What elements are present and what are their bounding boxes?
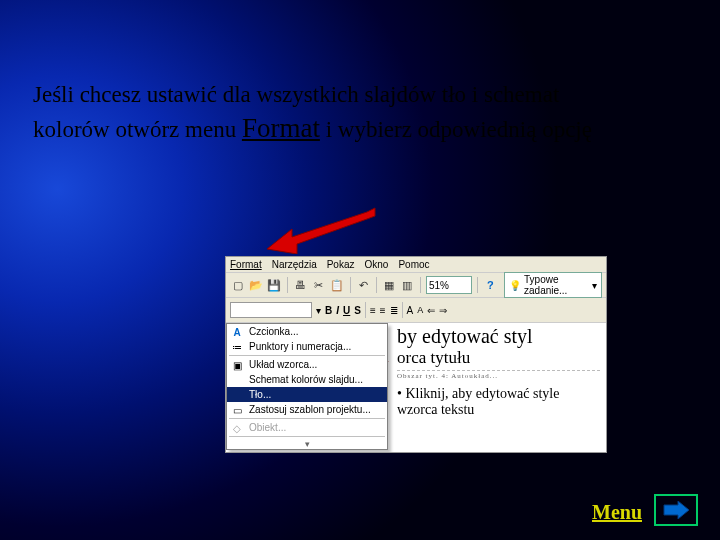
bullets-icon[interactable]: ≣ xyxy=(390,305,398,316)
toolbar-format: ▾ B I U S ≡ ≡ ≣ A A ⇐ ⇒ xyxy=(226,298,606,323)
undo-icon[interactable]: ↶ xyxy=(355,277,370,293)
slide-editor: by edytować styl orca tytułuObszar tyt. … xyxy=(391,323,606,420)
svg-marker-0 xyxy=(267,208,375,254)
cut-icon[interactable]: ✂ xyxy=(311,277,326,293)
dropdown-expand[interactable]: ▾ xyxy=(227,438,387,449)
zoom-input[interactable] xyxy=(426,276,472,294)
print-icon[interactable]: 🖶 xyxy=(293,277,308,293)
font-combo[interactable] xyxy=(230,302,312,318)
bullets-icon: ≔ xyxy=(230,341,244,353)
increase-font-icon[interactable]: A xyxy=(407,305,414,316)
bold-icon[interactable]: B xyxy=(325,305,332,316)
save-icon[interactable]: 💾 xyxy=(267,277,282,293)
slide-subtitle-placeholder[interactable]: orca tytułuObszar tyt. 4: Autoukład... xyxy=(397,348,600,380)
dropdown-object[interactable]: ◇ Obiekt... xyxy=(227,420,387,435)
menu-pomoc[interactable]: Pomoc xyxy=(398,259,429,270)
menu-okno[interactable]: Okno xyxy=(365,259,389,270)
app-screenshot: Format Narzędzia Pokaz Okno Pomoc ▢ 📂 💾 … xyxy=(225,256,607,453)
help-icon[interactable]: ? xyxy=(483,277,498,293)
lightbulb-icon: 💡 xyxy=(509,280,521,291)
dropdown-layout[interactable]: ▣ Układ wzorca... xyxy=(227,357,387,372)
chevron-down-icon: ▾ xyxy=(305,439,310,449)
task-dropdown[interactable]: 💡 Typowe zadanie... ▾ xyxy=(504,272,602,298)
menu-narzedzia[interactable]: Narzędzia xyxy=(272,259,317,270)
table-icon[interactable]: ▦ xyxy=(382,277,397,293)
shadow-icon[interactable]: S xyxy=(354,305,361,316)
dropdown-background[interactable]: Tło... xyxy=(227,387,387,402)
object-icon: ◇ xyxy=(230,422,244,434)
font-icon: A xyxy=(230,326,244,338)
instruction-text: Jeśli chcesz ustawić dla wszystkich slaj… xyxy=(33,79,613,146)
align-center-icon[interactable]: ≡ xyxy=(380,305,386,316)
template-icon: ▭ xyxy=(230,404,244,416)
dropdown-apply-template[interactable]: ▭ Zastosuj szablon projektu... xyxy=(227,402,387,417)
new-icon[interactable]: ▢ xyxy=(230,277,245,293)
next-button[interactable] xyxy=(654,494,698,526)
layout-icon: ▣ xyxy=(230,359,244,371)
format-word: Format xyxy=(242,113,320,143)
slide-bullet-placeholder[interactable]: • Kliknij, aby edytować style wzorca tek… xyxy=(397,386,600,418)
align-left-icon[interactable]: ≡ xyxy=(370,305,376,316)
dropdown-font[interactable]: A Czcionka... xyxy=(227,324,387,339)
dropdown-bullets[interactable]: ≔ Punktory i numeracja... xyxy=(227,339,387,354)
promote-icon[interactable]: ⇐ xyxy=(427,305,435,316)
chart-icon[interactable]: ▥ xyxy=(400,277,415,293)
ruler-label: Obszar tyt. 4: Autoukład... xyxy=(397,370,600,380)
toolbar-main: ▢ 📂 💾 🖶 ✂ 📋 ↶ ▦ ▥ ? 💡 Typowe zadanie... … xyxy=(226,273,606,298)
menu-format[interactable]: Format xyxy=(230,259,262,270)
chevron-down-icon: ▾ xyxy=(592,280,597,291)
chevron-down-icon: ▾ xyxy=(316,305,321,316)
arrow-right-icon xyxy=(662,501,690,519)
menubar: Format Narzędzia Pokaz Okno Pomoc xyxy=(226,257,606,273)
menu-pokaz[interactable]: Pokaz xyxy=(327,259,355,270)
arrow-top xyxy=(267,204,377,254)
italic-icon[interactable]: I xyxy=(336,305,339,316)
demote-icon[interactable]: ⇒ xyxy=(439,305,447,316)
content-area: A Czcionka... ≔ Punktory i numeracja... … xyxy=(226,323,606,453)
slide-title-placeholder[interactable]: by edytować styl xyxy=(397,325,600,348)
svg-marker-2 xyxy=(664,501,689,519)
underline-icon[interactable]: U xyxy=(343,305,350,316)
paste-icon[interactable]: 📋 xyxy=(329,277,344,293)
decrease-font-icon[interactable]: A xyxy=(417,305,423,315)
format-dropdown: A Czcionka... ≔ Punktory i numeracja... … xyxy=(226,323,388,450)
dropdown-color-scheme[interactable]: Schemat kolorów slajdu... xyxy=(227,372,387,387)
open-icon[interactable]: 📂 xyxy=(248,277,263,293)
menu-link[interactable]: Menu xyxy=(592,501,642,524)
